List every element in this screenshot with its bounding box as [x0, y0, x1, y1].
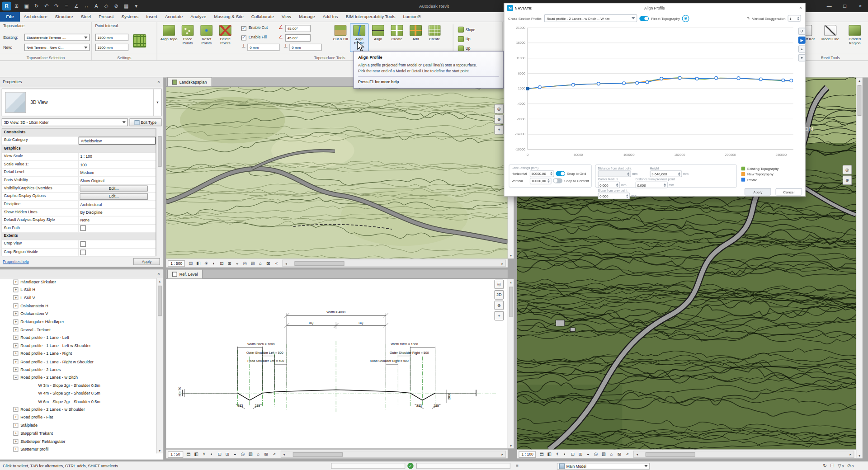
enable-cut-checkbox[interactable]	[241, 26, 246, 31]
expander-icon[interactable]: +	[13, 311, 18, 316]
vertical-exaggeration-input[interactable]: 1	[788, 15, 801, 22]
fill-angle-input[interactable]: 45.00°	[285, 34, 311, 42]
horizontal-grid-input[interactable]: 50000,00	[530, 170, 554, 177]
plan-view-canvas[interactable]	[166, 87, 508, 258]
profile-chart[interactable]: 21000160001100060001000-4000-9000-14000-…	[509, 24, 797, 163]
worksharing-display-icon[interactable]: ⌂	[256, 260, 264, 267]
scroll-left-icon[interactable]: ◂	[283, 261, 289, 265]
expander-icon[interactable]: +	[13, 287, 18, 292]
scroll-left-icon[interactable]: ◂	[634, 452, 640, 456]
main-model-select[interactable]: Main Model	[557, 463, 650, 470]
chart-down-icon[interactable]: ▾	[798, 54, 806, 61]
create-button[interactable]: Create	[387, 23, 406, 52]
property-value[interactable]: Edit...	[80, 185, 148, 192]
align-profile-button[interactable]: Align Profile	[350, 23, 369, 52]
reveal-hidden-elements-icon[interactable]: ◎	[239, 451, 246, 458]
expander-icon[interactable]: +	[13, 367, 18, 372]
expander-icon[interactable]: +	[13, 343, 18, 348]
crop-view-icon[interactable]: ⊡	[569, 451, 576, 458]
ribbon-tab[interactable]: Systems	[118, 12, 142, 22]
steering-wheel-icon[interactable]: ◎	[843, 165, 852, 174]
interval-new-input[interactable]: 1500 mm	[95, 44, 128, 51]
field-input[interactable]: 0,000	[636, 182, 668, 188]
redo-icon[interactable]: ↷	[52, 2, 61, 11]
close-icon[interactable]: ×	[157, 79, 160, 84]
cut-fill-button[interactable]: Cut & Fill	[331, 23, 350, 52]
scroll-down-icon[interactable]: ▾	[159, 447, 160, 453]
expander-icon[interactable]: +	[13, 279, 18, 284]
scroll-thumb[interactable]	[509, 287, 513, 317]
shadows-icon[interactable]: ◐	[208, 451, 216, 458]
expander-icon[interactable]: +	[13, 295, 18, 300]
property-value[interactable]: Edit...	[80, 193, 148, 200]
property-row[interactable]: Extents	[2, 233, 156, 241]
chart-reset-icon[interactable]: ↺	[798, 28, 806, 35]
editable-only-icon[interactable]: ☐	[830, 463, 834, 468]
chart-up-icon[interactable]: ▴	[798, 45, 806, 52]
scroll-up-icon[interactable]: ▴	[859, 78, 860, 84]
view-tab-ref-level[interactable]: Ref. Level	[167, 270, 203, 279]
scroll-down-icon[interactable]: ▾	[510, 442, 512, 448]
cut-angle-input[interactable]: 45.00°	[285, 25, 311, 32]
browser-tree-item[interactable]: + Stålplade	[0, 421, 157, 429]
background-processes-icon[interactable]: ↻	[823, 463, 827, 468]
close-button[interactable]: ×	[853, 0, 868, 12]
expander-icon[interactable]: +	[13, 431, 18, 436]
reveal-hidden-elements-icon[interactable]: ◎	[592, 451, 600, 458]
ribbon-tab[interactable]: View	[278, 12, 295, 22]
ribbon-tab[interactable]: Architecture	[20, 12, 51, 22]
expander-icon[interactable]: +	[13, 319, 18, 324]
expander-icon[interactable]: +	[13, 407, 18, 412]
existing-toposurface-select[interactable]: Eksisterende Terreng -...	[24, 34, 90, 41]
property-row[interactable]: Graphics	[2, 145, 156, 153]
property-value[interactable]: Show Original	[79, 177, 156, 184]
worksets-icon[interactable]: ≡	[516, 463, 519, 468]
scroll-thumb[interactable]	[292, 452, 342, 456]
scroll-right-icon[interactable]: ▸	[499, 452, 505, 456]
property-row[interactable]: Constraints	[2, 129, 156, 137]
expander-icon[interactable]: +	[13, 415, 18, 420]
expander-icon[interactable]: +	[13, 423, 18, 428]
cut-offset-input[interactable]: 0 mm	[247, 44, 279, 51]
ribbon-tab[interactable]: Precast	[95, 12, 118, 22]
zoom-icon[interactable]: ⊕	[843, 175, 852, 185]
browser-tree-item[interactable]: W 6m - Slope 2gr - Shoulder 0.5m	[0, 397, 157, 405]
expander-icon[interactable]: +	[13, 359, 18, 364]
fill-offset-input[interactable]: 0 mm	[289, 44, 321, 51]
up-button-1[interactable]: Up	[456, 35, 477, 42]
properties-help-link[interactable]: Properties help	[3, 260, 29, 264]
property-value[interactable]	[79, 225, 156, 232]
property-value[interactable]: Architectural	[79, 201, 156, 208]
browser-tree-item[interactable]: + Reveal - Trekant	[0, 326, 157, 334]
expander-icon[interactable]: +	[13, 446, 18, 451]
customize-qat-icon[interactable]: ▾	[132, 2, 141, 11]
expander-icon[interactable]: +	[13, 351, 18, 356]
view-scale-button[interactable]: 1 : 100	[519, 451, 536, 458]
show-crop-icon[interactable]: ⊞	[576, 451, 584, 458]
ribbon-tab[interactable]: BIM Interoperability Tools	[342, 12, 399, 22]
browser-tree-item[interactable]: + Road profile - Flat	[0, 414, 157, 422]
temporary-view-properties-icon[interactable]: ▧	[600, 451, 608, 458]
constraints-icon[interactable]: ⊠	[264, 260, 272, 267]
grid-settings-icon[interactable]	[133, 34, 146, 47]
pan-icon[interactable]: +	[494, 311, 504, 320]
expander-icon[interactable]: +	[13, 335, 18, 340]
new-toposurface-select[interactable]: Nytt Terreng - New C...	[24, 44, 90, 51]
save-icon[interactable]: ▣	[22, 2, 31, 11]
model-line-button[interactable]: Model Line	[819, 23, 841, 52]
zoom-icon[interactable]: ⊕	[494, 115, 504, 124]
add-button[interactable]: Add	[406, 23, 425, 52]
section-view-canvas[interactable]: Width = 4000 BQ BQ Width Ditch = 1000 Ou…	[166, 279, 508, 448]
print-icon[interactable]: ≡	[62, 2, 71, 11]
property-value[interactable]: 100	[79, 161, 156, 168]
sun-path-icon[interactable]: ☀	[200, 451, 208, 458]
property-row[interactable]: Discipline Architectural	[2, 201, 156, 209]
property-row[interactable]: Parts Visibility Show Original	[2, 177, 156, 185]
ribbon-tab[interactable]: File	[0, 12, 20, 22]
expand-control-bar-icon[interactable]: <	[273, 260, 280, 267]
pan-icon[interactable]: +	[494, 125, 504, 135]
unselect-icon[interactable]: ⊘0	[847, 463, 854, 468]
undo-icon[interactable]: ↶	[42, 2, 51, 11]
browser-tree-item[interactable]: + L-Stål V	[0, 294, 157, 302]
shadows-icon[interactable]: ◐	[561, 451, 569, 458]
